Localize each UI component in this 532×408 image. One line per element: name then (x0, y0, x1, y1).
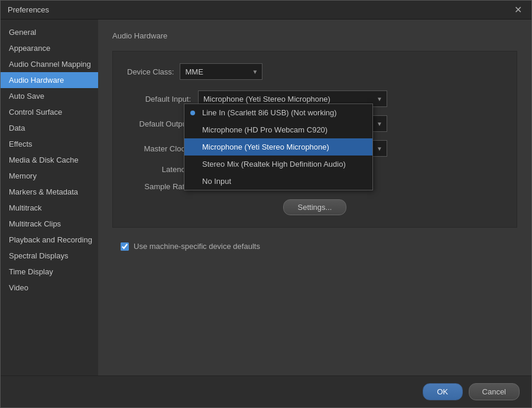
sidebar-item-appearance[interactable]: Appearance (1, 40, 98, 56)
dropdown-item-label: Stereo Mix (Realtek High Definition Audi… (202, 160, 346, 169)
sidebar-item-memory[interactable]: Memory (1, 168, 98, 184)
title-bar: Preferences ✕ (1, 1, 531, 20)
device-class-label: Device Class: (127, 67, 174, 76)
device-class-row: Device Class: MME ASIO WDM ▼ (127, 63, 502, 80)
sidebar-item-data[interactable]: Data (1, 120, 98, 136)
device-class-select-wrapper: MME ASIO WDM ▼ (180, 63, 262, 80)
settings-btn-row: Settings... (127, 199, 502, 215)
sidebar-item-markers-metadata[interactable]: Markers & Metadata (1, 184, 98, 200)
sidebar-item-time-display[interactable]: Time Display (1, 264, 98, 280)
dropdown-item-line-in[interactable]: Line In (Scarlett 8i6 USB) (Not working) (184, 104, 372, 121)
cancel-button[interactable]: Cancel (469, 383, 520, 400)
sidebar-item-spectral-displays[interactable]: Spectral Displays (1, 248, 98, 264)
sidebar-item-video[interactable]: Video (1, 280, 98, 296)
checkbox-row: Use machine-specific device defaults (112, 242, 517, 251)
sidebar-item-multitrack[interactable]: Multitrack (1, 200, 98, 216)
dropdown-item-no-input[interactable]: No Input (184, 173, 372, 190)
dropdown-item-label: Microphone (Yeti Stereo Microphone) (202, 143, 329, 151)
sidebar-item-auto-save[interactable]: Auto Save (1, 88, 98, 104)
section-title: Audio Hardware (112, 31, 517, 40)
device-class-select[interactable]: MME ASIO WDM (180, 63, 262, 80)
sidebar-item-control-surface[interactable]: Control Surface (1, 104, 98, 120)
sidebar: General Appearance Audio Channel Mapping… (1, 20, 98, 375)
machine-specific-checkbox[interactable] (121, 242, 129, 251)
dialog-footer: OK Cancel (1, 375, 531, 407)
form-area: Device Class: MME ASIO WDM ▼ Default Inp… (112, 51, 517, 228)
sidebar-item-audio-channel-mapping[interactable]: Audio Channel Mapping (1, 56, 98, 72)
close-button[interactable]: ✕ (512, 4, 524, 16)
dialog-title: Preferences (8, 5, 49, 14)
dropdown-item-yeti[interactable]: Microphone (Yeti Stereo Microphone) (184, 138, 372, 156)
sidebar-item-effects[interactable]: Effects (1, 136, 98, 152)
preferences-dialog: Preferences ✕ General Appearance Audio C… (0, 0, 532, 408)
main-content: Audio Hardware Device Class: MME ASIO WD… (98, 20, 531, 375)
dropdown-item-label: No Input (202, 177, 231, 186)
dropdown-item-stereo-mix[interactable]: Stereo Mix (Realtek High Definition Audi… (184, 156, 372, 173)
sidebar-item-general[interactable]: General (1, 24, 98, 40)
dropdown-item-label: Microphone (HD Pro Webcam C920) (202, 125, 327, 134)
default-input-label: Default Input: (127, 95, 198, 103)
default-input-dropdown[interactable]: Line In (Scarlett 8i6 USB) (Not working)… (184, 103, 373, 190)
machine-specific-label[interactable]: Use machine-specific device defaults (134, 242, 260, 251)
sidebar-item-media-disk-cache[interactable]: Media & Disk Cache (1, 152, 98, 168)
sidebar-item-audio-hardware[interactable]: Audio Hardware (1, 72, 98, 88)
ok-button[interactable]: OK (423, 383, 463, 400)
dropdown-item-webcam[interactable]: Microphone (HD Pro Webcam C920) (184, 121, 372, 138)
sidebar-item-multitrack-clips[interactable]: Multitrack Clips (1, 216, 98, 232)
settings-button[interactable]: Settings... (283, 199, 347, 215)
radio-dot-icon (190, 111, 195, 115)
sidebar-item-playback-recording[interactable]: Playback and Recording (1, 232, 98, 248)
dialog-body: General Appearance Audio Channel Mapping… (1, 20, 531, 375)
dropdown-item-label: Line In (Scarlett 8i6 USB) (Not working) (202, 108, 337, 117)
